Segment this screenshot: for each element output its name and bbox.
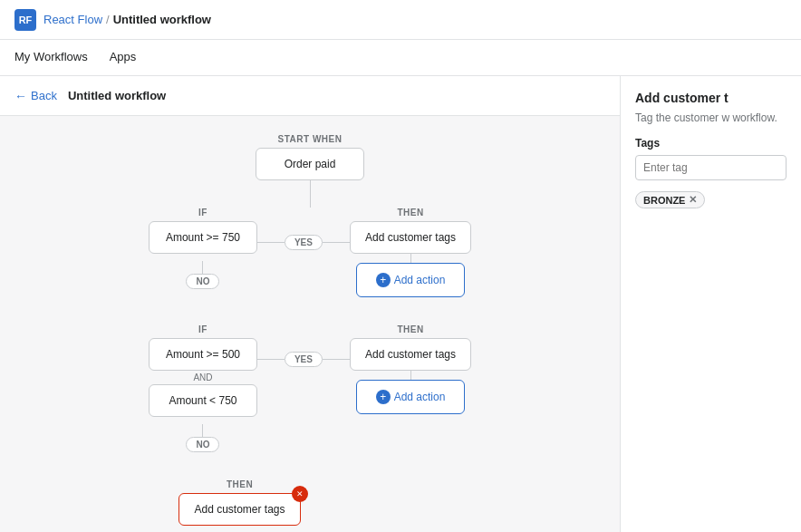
if-then-block-2: IF Amount >= 500 AND Amount < 750 NO YES bbox=[149, 324, 471, 452]
tag-badge-bronze: BRONZE ✕ bbox=[635, 191, 705, 208]
breadcrumb: React Flow / Untitled workflow bbox=[43, 13, 211, 26]
nav-item-my-workflows[interactable]: My Workflows bbox=[14, 40, 88, 76]
final-then-text: Add customer tags bbox=[194, 503, 285, 516]
main-panel: ← Back Untitled workflow START WHEN Orde… bbox=[0, 76, 620, 532]
tag-input[interactable] bbox=[635, 155, 787, 180]
then-action-1[interactable]: Add customer tags bbox=[350, 221, 471, 254]
breadcrumb-current: Untitled workflow bbox=[113, 13, 211, 26]
connector-1 bbox=[310, 180, 311, 208]
no-pill-1: NO bbox=[186, 274, 219, 289]
start-when-label: START WHEN bbox=[278, 134, 343, 144]
v-line-no-2 bbox=[202, 424, 203, 437]
add-action-label-2: Add action bbox=[394, 391, 446, 403]
breadcrumb-separator: / bbox=[106, 13, 110, 26]
remove-node-button[interactable]: ✕ bbox=[292, 486, 308, 502]
no-pill-1-wrapper: NO bbox=[186, 261, 219, 289]
add-action-button-1[interactable]: + Add action bbox=[356, 263, 465, 297]
breadcrumb-parent[interactable]: React Flow bbox=[43, 13, 102, 26]
top-bar: RF React Flow / Untitled workflow bbox=[0, 0, 801, 40]
if-box-2a[interactable]: Amount >= 500 bbox=[149, 338, 257, 371]
yes-pill-1: YES bbox=[285, 235, 323, 250]
app-icon: RF bbox=[14, 9, 36, 31]
then-label-1: THEN bbox=[397, 208, 423, 218]
sidebar-title: Add customer t bbox=[635, 91, 787, 105]
if-label-2: IF bbox=[198, 324, 207, 334]
content-wrapper: ← Back Untitled workflow START WHEN Orde… bbox=[0, 76, 801, 532]
then-col-1: THEN Add customer tags + Add action bbox=[350, 208, 471, 297]
tags-label: Tags bbox=[635, 137, 787, 150]
start-when-box[interactable]: Order paid bbox=[256, 148, 364, 180]
then-col-2: THEN Add customer tags + Add action bbox=[350, 324, 471, 414]
sidebar-description: Tag the customer w workflow. bbox=[635, 111, 787, 126]
start-when-node: START WHEN Order paid bbox=[256, 134, 364, 180]
tag-remove-bronze[interactable]: ✕ bbox=[689, 194, 697, 206]
then-label-2: THEN bbox=[397, 324, 423, 334]
nav-bar: My Workflows Apps bbox=[0, 40, 801, 76]
app-icon-label: RF bbox=[19, 15, 33, 25]
add-action-button-2[interactable]: + Add action bbox=[356, 380, 465, 414]
h-line-yes-2 bbox=[257, 359, 285, 360]
final-then-label: THEN bbox=[227, 479, 253, 489]
tag-label-bronze: BRONZE bbox=[643, 195, 685, 206]
back-button[interactable]: ← Back bbox=[14, 89, 57, 103]
add-action-icon-2: + bbox=[376, 390, 391, 404]
h-line-yes-1b bbox=[323, 242, 350, 243]
canvas: START WHEN Order paid IF Amount >= 750 N… bbox=[0, 116, 620, 532]
back-arrow-icon: ← bbox=[14, 89, 27, 103]
tags-list: BRONZE ✕ bbox=[635, 191, 787, 209]
yes-connector-1: YES bbox=[257, 235, 350, 250]
then-action-2[interactable]: Add customer tags bbox=[350, 338, 471, 371]
h-line-yes-2b bbox=[323, 359, 350, 360]
nav-item-apps[interactable]: Apps bbox=[110, 40, 137, 76]
v-line-no-1 bbox=[202, 261, 203, 274]
no-pill-2-wrapper: NO bbox=[186, 424, 219, 452]
if-box-1[interactable]: Amount >= 750 bbox=[149, 221, 257, 254]
v-then-1 bbox=[410, 254, 411, 263]
workflow-title: Untitled workflow bbox=[68, 89, 166, 102]
if-box-2b[interactable]: Amount < 750 bbox=[149, 384, 257, 417]
final-then-box[interactable]: Add customer tags ✕ bbox=[179, 493, 300, 526]
and-label-2: AND bbox=[193, 372, 212, 382]
add-action-icon-1: + bbox=[376, 273, 391, 287]
if-col-1: IF Amount >= 750 NO bbox=[149, 208, 257, 289]
final-then-node: THEN Add customer tags ✕ bbox=[179, 479, 300, 526]
right-sidebar: Add customer t Tag the customer w workfl… bbox=[620, 76, 801, 532]
no-pill-2: NO bbox=[186, 437, 219, 452]
add-action-label-1: Add action bbox=[394, 274, 446, 286]
v-then-2 bbox=[410, 371, 411, 380]
h-line-yes-1 bbox=[257, 242, 285, 243]
yes-pill-2: YES bbox=[285, 352, 323, 367]
yes-connector-2: YES bbox=[257, 352, 350, 367]
if-then-block-1: IF Amount >= 750 NO YES bbox=[149, 208, 471, 297]
sub-header: ← Back Untitled workflow bbox=[0, 76, 620, 116]
if-col-2: IF Amount >= 500 AND Amount < 750 NO bbox=[149, 324, 257, 452]
if-label-1: IF bbox=[198, 208, 207, 218]
back-label: Back bbox=[31, 89, 57, 102]
